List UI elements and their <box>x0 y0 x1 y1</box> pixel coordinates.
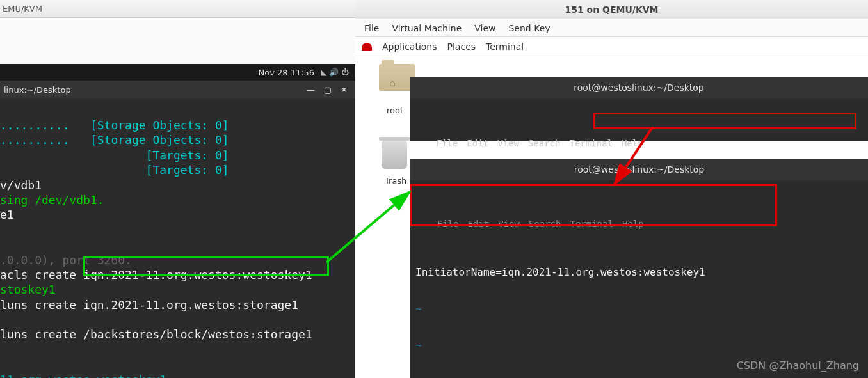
redhat-icon <box>362 43 372 51</box>
initiator-line: InitiatorName=iqn.2021-11.org.westos:wes… <box>415 266 863 278</box>
vm-menu-file[interactable]: File <box>364 23 379 33</box>
trash-icon[interactable] <box>382 141 407 169</box>
left-terminal-body[interactable]: .......... [Storage Objects: 0] ........… <box>0 98 355 378</box>
red-highlight-box-1 <box>593 113 856 129</box>
term1-menu-edit[interactable]: Edit <box>467 138 488 148</box>
vm-menu-sendkey[interactable]: Send Key <box>508 23 550 33</box>
vim-tilde: ~ <box>415 303 863 315</box>
term1-menu-search[interactable]: Search <box>528 138 561 148</box>
vdb1-header: v/vdb1 <box>0 178 355 193</box>
e1-line: e1 <box>0 207 355 222</box>
left-window-title: EMU/KVM <box>0 0 355 18</box>
storage-objects-1: [Storage Objects: 0] <box>90 118 229 132</box>
gnome-clock[interactable]: Nov 28 11:56 <box>258 68 314 77</box>
vm-window-title[interactable]: 151 on QEMU/KVM <box>355 0 868 19</box>
left-window-title-text: EMU/KVM <box>3 4 42 13</box>
vim-tilde: ~ <box>415 339 863 351</box>
left-terminal-window-controls: — ▢ ✕ <box>0 81 355 98</box>
vdb1-msg: sing /dev/vdb1. <box>0 193 355 207</box>
luns-create-2: luns create /backstores/block/westos:sto… <box>0 327 355 342</box>
stoskey-line: stoskey1 <box>0 282 355 297</box>
right-terminal2-titlebar[interactable]: root@westoslinux:~/Desktop <box>410 159 868 180</box>
gnome-app-menu: Applications Places Terminal <box>355 37 868 56</box>
storage-objects-2: [Storage Objects: 0] <box>90 133 229 146</box>
term1-menu-view[interactable]: View <box>497 138 519 148</box>
vm-menu-machine[interactable]: Virtual Machine <box>392 23 462 33</box>
luns-create-1: luns create iqn.2021-11.org.westos:stora… <box>0 297 355 312</box>
targets-2: [Targets: 0] <box>146 163 229 177</box>
green-highlight-box <box>83 256 329 276</box>
minimize-icon[interactable]: — <box>307 85 315 95</box>
close-icon[interactable]: ✕ <box>341 85 348 95</box>
vm-title-text: 151 on QEMU/KVM <box>565 4 658 15</box>
trash-label: Trash <box>385 176 406 185</box>
maximize-icon[interactable]: ▢ <box>324 85 332 95</box>
gnome-status-icons[interactable]: ◣ 🔊 ⏻ <box>321 68 349 77</box>
watermark: CSDN @Zhaohui_Zhang <box>737 359 859 372</box>
home-folder-label: root <box>387 106 403 115</box>
gnome-places[interactable]: Places <box>447 42 476 52</box>
term1-menu-terminal[interactable]: Terminal <box>569 138 612 148</box>
right-terminal1-titlebar[interactable]: root@westoslinux:~/Desktop <box>410 77 868 98</box>
right-terminal2-title-text: root@westoslinux:~/Desktop <box>574 164 705 175</box>
tail-line: 11.org.westos:westoskey1 <box>0 372 355 378</box>
gnome-top-bar: Nov 28 11:56 ◣ 🔊 ⏻ <box>0 64 355 81</box>
right-terminal1-menubar: FileEditViewSearchTerminalHelp <box>415 128 863 159</box>
home-glyph-icon: ⌂ <box>389 77 396 89</box>
right-terminal1-title-text: root@westoslinux:~/Desktop <box>574 83 704 93</box>
gnome-terminal[interactable]: Terminal <box>486 42 524 52</box>
gnome-apps[interactable]: Applications <box>382 42 437 52</box>
red-highlight-box-2 <box>410 184 777 226</box>
vm-menu-view[interactable]: View <box>474 23 495 33</box>
targets-1: [Targets: 0] <box>146 148 229 162</box>
vm-menubar: File Virtual Machine View Send Key <box>355 19 868 37</box>
left-toolbar-blank <box>0 18 355 64</box>
term1-menu-file[interactable]: File <box>437 138 458 148</box>
term1-menu-help[interactable]: Help <box>622 138 643 148</box>
vim-tilde: ~ <box>415 375 863 378</box>
